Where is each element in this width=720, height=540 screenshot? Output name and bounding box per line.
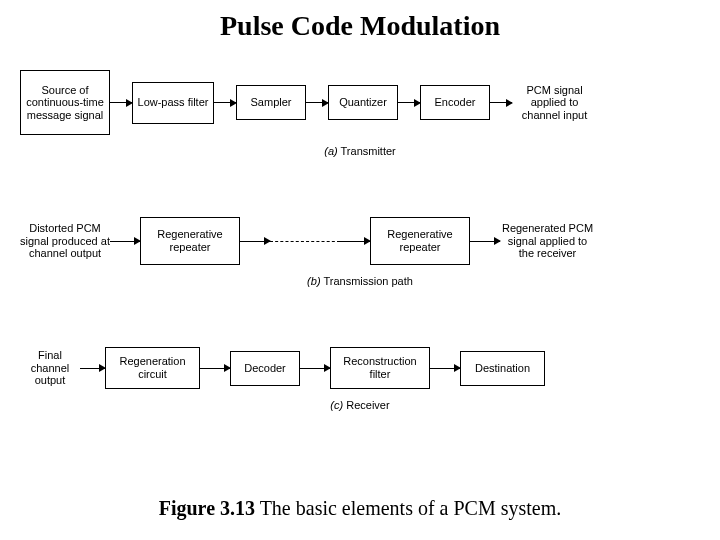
figure-caption: Figure 3.13 The basic elements of a PCM … xyxy=(0,497,720,520)
block-destination: Destination xyxy=(460,351,545,386)
arrow-icon xyxy=(200,363,230,373)
block-quantizer: Quantizer xyxy=(328,85,398,120)
pcm-diagram: Source of continuous-time message signal… xyxy=(20,70,700,411)
arrow-icon xyxy=(398,98,420,108)
label-regen-out: Regenerated PCM signal applied to the re… xyxy=(500,222,595,260)
arrow-icon xyxy=(430,363,460,373)
arrow-icon xyxy=(214,98,236,108)
row-receiver: Final channel output Regeneration circui… xyxy=(20,347,700,389)
arrow-icon xyxy=(110,98,132,108)
sublabel-a-text: Transmitter xyxy=(338,145,396,157)
arrow-icon xyxy=(300,363,330,373)
dashed-arrow-icon xyxy=(270,236,340,246)
row-transmission-path: Distorted PCM signal produced at channel… xyxy=(20,217,700,265)
block-regen-repeater-1: Regenerative repeater xyxy=(140,217,240,265)
block-regen-circuit: Regeneration circuit xyxy=(105,347,200,389)
sublabel-b-letter: (b) xyxy=(307,275,320,287)
arrow-icon xyxy=(80,363,105,373)
sublabel-c-letter: (c) xyxy=(330,399,343,411)
arrow-icon xyxy=(340,236,370,246)
arrow-icon xyxy=(490,98,512,108)
sublabel-c-text: Receiver xyxy=(343,399,389,411)
sublabel-a: (a) Transmitter xyxy=(20,145,700,157)
arrow-icon xyxy=(110,236,140,246)
block-reconstruction-filter: Reconstruction filter xyxy=(330,347,430,389)
block-decoder: Decoder xyxy=(230,351,300,386)
block-regen-repeater-2: Regenerative repeater xyxy=(370,217,470,265)
arrow-icon xyxy=(306,98,328,108)
block-lowpass-filter: Low-pass filter xyxy=(132,82,214,124)
label-final-channel: Final channel output xyxy=(20,349,80,387)
sublabel-a-letter: (a) xyxy=(324,145,337,157)
label-distorted-in: Distorted PCM signal produced at channel… xyxy=(20,222,110,260)
row-transmitter: Source of continuous-time message signal… xyxy=(20,70,700,135)
sublabel-b: (b) Transmission path xyxy=(20,275,700,287)
caption-text: The basic elements of a PCM system. xyxy=(255,497,561,519)
block-encoder: Encoder xyxy=(420,85,490,120)
caption-number: Figure 3.13 xyxy=(159,497,255,519)
block-source: Source of continuous-time message signal xyxy=(20,70,110,135)
arrow-icon xyxy=(240,236,270,246)
label-pcm-out: PCM signal applied to channel input xyxy=(512,84,597,122)
sublabel-c: (c) Receiver xyxy=(20,399,700,411)
sublabel-b-text: Transmission path xyxy=(321,275,413,287)
block-sampler: Sampler xyxy=(236,85,306,120)
page-title: Pulse Code Modulation xyxy=(0,0,720,42)
arrow-icon xyxy=(470,236,500,246)
